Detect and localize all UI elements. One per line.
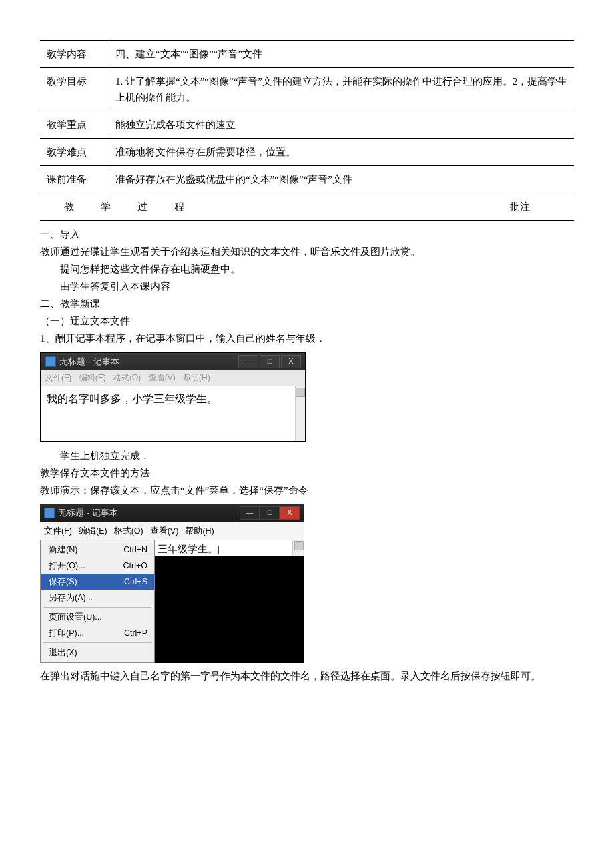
- menu-item-open-label: 打开(O)...: [49, 559, 85, 572]
- row-diff-label: 教学难点: [40, 139, 111, 166]
- line-intro-1: 一、导入: [40, 226, 574, 242]
- menu-item-open[interactable]: 打开(O)... Ctrl+O: [41, 558, 154, 574]
- menu-help[interactable]: 帮助(H): [185, 524, 214, 538]
- notepad-window-1: 无标题 - 记事本 — □ X 文件(F) 编辑(E) 格式(O) 查看(V) …: [40, 352, 306, 442]
- menu-item-print-accel: Ctrl+P: [124, 626, 147, 640]
- notes-label: 批注: [510, 199, 570, 215]
- notepad2-titlebar: 无标题 - 记事本 — □ X: [40, 504, 304, 522]
- row-diff-value: 准确地将文件保存在所需要珞径，位置。: [111, 139, 575, 166]
- notepad2-menubar: 文件(F) 编辑(E) 格式(O) 查看(V) 帮助(H): [40, 522, 304, 540]
- scrollbar-thumb[interactable]: [294, 541, 304, 550]
- row-prep-value: 准备好存放在光盏或优盘中的“文本”“图像”“声音”文件: [111, 166, 575, 193]
- menu-item-save-label: 保存(S): [49, 575, 77, 588]
- notepad1-textarea[interactable]: 我的名字叫多多，小学三年级学生。: [41, 386, 305, 441]
- minimize-button[interactable]: —: [238, 355, 258, 368]
- close-button[interactable]: X: [281, 355, 301, 368]
- lesson-plan-table: 教学内容 四、建立“文本”“图像”“声音”文件 教学目标 1. 让了解掌握“文本…: [40, 40, 574, 221]
- notepad1-menubar: 文件(F) 编辑(E) 格式(O) 查看(V) 帮助(H): [41, 370, 305, 386]
- menu-format[interactable]: 格式(O): [114, 524, 143, 538]
- menu-help[interactable]: 帮助(H): [183, 373, 210, 382]
- notepad-icon: [45, 356, 56, 367]
- row-goal-label: 教学目标: [40, 68, 111, 111]
- menu-edit[interactable]: 编辑(E): [79, 373, 106, 382]
- maximize-button[interactable]: □: [260, 355, 280, 368]
- notepad1-titlebar: 无标题 - 记事本 — □ X: [41, 353, 305, 370]
- menu-edit[interactable]: 编辑(E): [79, 524, 107, 538]
- menu-item-saveas-label: 另存为(A)...: [49, 591, 93, 604]
- menu-item-exit-label: 退出(X): [49, 646, 77, 659]
- maximize-button[interactable]: □: [260, 506, 280, 520]
- line-intro-4: 由学生答复引入本课内容: [40, 278, 574, 294]
- row-content-value: 四、建立“文本”“图像”“声音”文件: [111, 41, 575, 68]
- line-save-explain: 在弹出对话施中键入自己名字的第一字号作为本文件的文件名，路径选择在桌面。录入文件…: [40, 668, 574, 684]
- line-save-intro: 教学保存文本文件的方法: [40, 465, 574, 481]
- row-focus-value: 能独立完成各项文件的速立: [111, 111, 575, 139]
- notepad1-title: 无标题 - 记事本: [59, 355, 119, 369]
- row-focus-label: 教学重点: [40, 111, 111, 139]
- line-step-1: 1、酬开记事本程序，在记事本窗口中，输入自己的姓名与年级．: [40, 330, 574, 346]
- menu-file[interactable]: 文件(F): [45, 373, 71, 382]
- row-content-label: 教学内容: [40, 41, 111, 68]
- menu-item-print-label: 打印(P)...: [49, 626, 84, 640]
- menu-view[interactable]: 查看(V): [149, 373, 176, 382]
- process-label: 教学过程: [44, 199, 211, 215]
- notepad2-right-pane: 三年级学生。|: [155, 540, 304, 640]
- notepad-window-2: 无标题 - 记事本 — □ X 文件(F) 编辑(E) 格式(O) 查看(V) …: [40, 504, 304, 663]
- notepad-icon: [44, 508, 55, 518]
- line-save-demo: 教师演示：保存该文本，应点击“文件”菜单，选择“保存”命令: [40, 482, 574, 498]
- menu-item-pagesetup[interactable]: 页面设置(U)...: [41, 609, 154, 625]
- notepad2-title: 无标题 - 记事本: [58, 506, 118, 520]
- line-step-done: 学生上机独立完成．: [40, 448, 574, 464]
- line-intro-3: 提问怎样把这些文件保存在电脑硬盘中。: [40, 261, 574, 277]
- menu-separator: [43, 607, 151, 608]
- row-goal-value: 1. 让了解掌握“文本”“图像”“声音”文件的建立方法，并能在实际的操作中进行合…: [111, 68, 575, 111]
- menu-item-pagesetup-label: 页面设置(U)...: [49, 610, 102, 624]
- menu-file[interactable]: 文件(F): [44, 524, 72, 538]
- notepad2-visible-text: 三年级学生。|: [155, 540, 304, 556]
- notepad1-text: 我的名字叫多多，小学三年级学生。: [47, 393, 218, 404]
- menu-item-new[interactable]: 新建(N) Ctrl+N: [41, 542, 154, 558]
- menu-item-new-label: 新建(N): [49, 543, 77, 556]
- menu-item-new-accel: Ctrl+N: [123, 543, 147, 556]
- menu-view[interactable]: 查看(V): [150, 524, 179, 538]
- row-prep-label: 课前准备: [40, 166, 111, 193]
- row-process-header: 教学过程 批注: [40, 193, 574, 221]
- menu-item-save-accel: Ctrl+S: [124, 575, 147, 588]
- menu-item-open-accel: Ctrl+O: [123, 559, 147, 572]
- scrollbar-thumb[interactable]: [296, 388, 305, 397]
- close-button[interactable]: X: [280, 506, 300, 520]
- menu-item-exit[interactable]: 退出(X): [41, 644, 154, 661]
- file-menu-dropdown: 新建(N) Ctrl+N 打开(O)... Ctrl+O 保存(S) Ctrl+…: [40, 540, 155, 663]
- menu-item-print[interactable]: 打印(P)... Ctrl+P: [41, 625, 154, 641]
- obscured-area: [155, 556, 304, 640]
- menu-item-save[interactable]: 保存(S) Ctrl+S: [41, 574, 154, 590]
- line-sub-1: （一）迂立文本文件: [40, 313, 574, 329]
- menu-separator: [43, 642, 151, 643]
- minimize-button[interactable]: —: [240, 506, 260, 520]
- line-intro-2: 教师通过光碟让学生观看关于介绍奥运相关知识的文本文件，听音乐文件及图片欣赏。: [40, 244, 574, 260]
- menu-format[interactable]: 格式(O): [113, 373, 141, 382]
- menu-item-saveas[interactable]: 另存为(A)...: [41, 590, 154, 606]
- line-section-2: 二、教学新课: [40, 296, 574, 312]
